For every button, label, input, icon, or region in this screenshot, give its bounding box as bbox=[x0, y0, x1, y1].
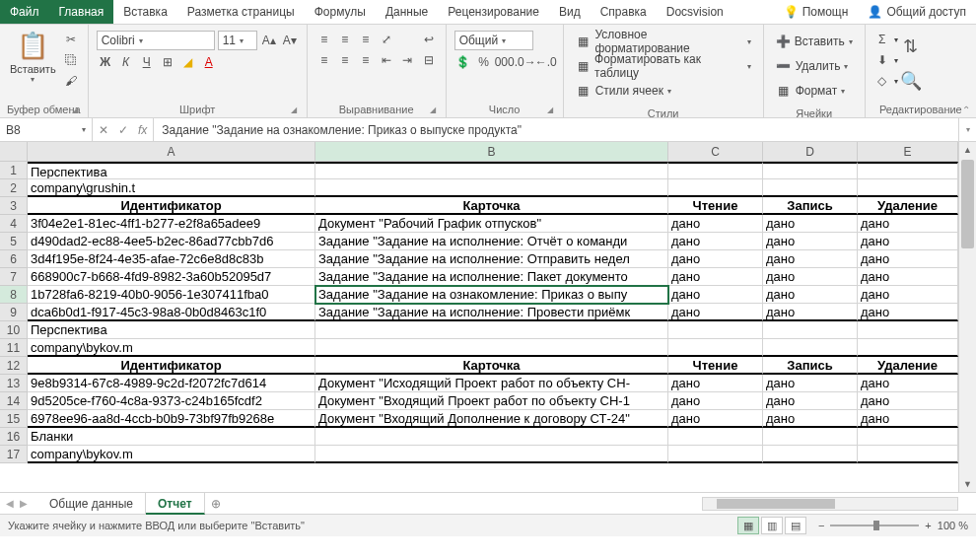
view-page-layout-button[interactable]: ▥ bbox=[761, 517, 783, 534]
cell[interactable] bbox=[668, 339, 763, 357]
font-name-combo[interactable]: Colibri▾ bbox=[97, 31, 215, 50]
cell[interactable] bbox=[315, 446, 668, 463]
row-header-17[interactable]: 17 bbox=[0, 446, 28, 463]
menu-file[interactable]: Файл bbox=[0, 0, 49, 24]
cell[interactable]: дано bbox=[668, 250, 763, 268]
cell[interactable]: 6978ee96-aa8d-4ccb-b0b9-73bf97fb9268e bbox=[28, 410, 315, 428]
cell[interactable]: дано bbox=[668, 215, 763, 233]
cell[interactable] bbox=[763, 321, 858, 339]
cell[interactable]: дано bbox=[668, 268, 763, 286]
scroll-down-icon[interactable]: ▼ bbox=[959, 476, 976, 492]
col-header-b[interactable]: B bbox=[315, 142, 668, 162]
cell[interactable] bbox=[763, 446, 858, 463]
cell[interactable]: 1b728fa6-8219-40b0-9056-1e307411fba0 bbox=[28, 286, 315, 304]
cell[interactable]: company\bykov.m bbox=[28, 446, 315, 463]
menu-page-layout[interactable]: Разметка страницы bbox=[177, 0, 305, 24]
view-page-break-button[interactable]: ▤ bbox=[785, 517, 806, 534]
cell[interactable]: Перспектива bbox=[28, 321, 315, 339]
comma-format-button[interactable]: 000 bbox=[496, 53, 514, 71]
cell[interactable]: дано bbox=[763, 410, 858, 428]
fill-button[interactable]: ⬇ bbox=[873, 51, 891, 69]
align-middle-button[interactable]: ≡ bbox=[336, 31, 354, 48]
cell[interactable]: 3d4f195e-8f24-4e35-afae-72c6e8d8c83b bbox=[28, 250, 315, 268]
cell[interactable]: дано bbox=[763, 215, 858, 233]
zoom-in-button[interactable]: + bbox=[925, 520, 931, 531]
zoom-level[interactable]: 100 % bbox=[938, 520, 968, 531]
zoom-slider[interactable] bbox=[830, 525, 919, 526]
cell[interactable]: дано bbox=[763, 286, 858, 304]
cell[interactable]: дано bbox=[763, 268, 858, 286]
accept-formula-icon[interactable]: ✓ bbox=[118, 123, 128, 137]
sheet-tab-1[interactable]: Общие данные bbox=[37, 493, 146, 515]
cell[interactable] bbox=[858, 179, 958, 197]
increase-decimal-button[interactable]: .0→ bbox=[517, 53, 534, 71]
number-format-combo[interactable]: Общий▾ bbox=[454, 31, 533, 50]
cell[interactable] bbox=[668, 321, 763, 339]
cell[interactable] bbox=[315, 321, 668, 339]
cell[interactable]: 9e8b9314-67c8-4989-9c2d-f2072fc7d614 bbox=[28, 375, 315, 392]
row-header-13[interactable]: 13 bbox=[0, 375, 28, 392]
cell[interactable] bbox=[315, 339, 668, 357]
cell[interactable]: Чтение bbox=[668, 197, 763, 215]
expand-formula-bar-icon[interactable]: ▾ bbox=[958, 118, 976, 141]
cell[interactable]: Задание "Задание на исполнение: Пакет до… bbox=[315, 268, 668, 286]
cell[interactable]: дано bbox=[858, 392, 958, 410]
cell[interactable]: дано bbox=[858, 268, 958, 286]
dialog-launcher-icon[interactable]: ◢ bbox=[545, 105, 555, 115]
dialog-launcher-icon[interactable]: ◢ bbox=[289, 105, 299, 115]
cell[interactable] bbox=[668, 428, 763, 446]
cell[interactable]: дано bbox=[763, 250, 858, 268]
cut-button[interactable]: ✂ bbox=[62, 31, 80, 48]
cell[interactable] bbox=[315, 162, 668, 179]
cell[interactable]: дано bbox=[858, 286, 958, 304]
font-color-button[interactable]: A bbox=[200, 53, 218, 71]
cell[interactable] bbox=[315, 428, 668, 446]
menu-docsvision[interactable]: Docsvision bbox=[657, 0, 733, 24]
bold-button[interactable]: Ж bbox=[97, 53, 114, 71]
row-header-5[interactable]: 5 bbox=[0, 233, 28, 250]
fill-color-button[interactable]: ◢ bbox=[179, 53, 197, 71]
cell[interactable]: Идентификатор bbox=[28, 197, 315, 215]
col-header-c[interactable]: C bbox=[668, 142, 763, 162]
horizontal-scrollbar[interactable] bbox=[702, 497, 958, 511]
add-sheet-button[interactable]: ⊕ bbox=[205, 497, 227, 511]
cell-styles-button[interactable]: ▦Стили ячеек▾ bbox=[572, 80, 755, 102]
border-button[interactable]: ⊞ bbox=[159, 53, 176, 71]
row-header-7[interactable]: 7 bbox=[0, 268, 28, 286]
cell[interactable]: 3f04e2e1-81ec-4ff1-b277-e2f8a65adee9 bbox=[28, 215, 315, 233]
cell[interactable]: Бланки bbox=[28, 428, 315, 446]
cell[interactable]: 9d5205ce-f760-4c8a-9373-c24b165fcdf2 bbox=[28, 392, 315, 410]
cell[interactable]: Запись bbox=[763, 197, 858, 215]
cell[interactable] bbox=[668, 179, 763, 197]
row-header-6[interactable]: 6 bbox=[0, 250, 28, 268]
cell[interactable] bbox=[763, 339, 858, 357]
row-header-2[interactable]: 2 bbox=[0, 179, 28, 197]
scroll-up-icon[interactable]: ▲ bbox=[959, 142, 976, 158]
cell[interactable]: company\grushin.t bbox=[28, 179, 315, 197]
sheet-nav-prev-icon[interactable]: ◀ bbox=[6, 498, 14, 509]
delete-cells-button[interactable]: ➖Удалить▾ bbox=[772, 55, 857, 77]
cell[interactable] bbox=[668, 162, 763, 179]
autosum-button[interactable]: Σ bbox=[873, 31, 891, 48]
decrease-indent-button[interactable]: ⇤ bbox=[378, 51, 395, 69]
col-header-e[interactable]: E bbox=[858, 142, 958, 162]
cell[interactable]: дано bbox=[858, 250, 958, 268]
cancel-formula-icon[interactable]: ✕ bbox=[99, 123, 108, 137]
cell[interactable] bbox=[858, 162, 958, 179]
align-right-button[interactable]: ≡ bbox=[357, 51, 375, 69]
cell[interactable] bbox=[858, 428, 958, 446]
cell[interactable]: 668900c7-b668-4fd9-8982-3a60b52095d7 bbox=[28, 268, 315, 286]
row-header-3[interactable]: 3 bbox=[0, 197, 28, 215]
orientation-button[interactable]: ⤢ bbox=[378, 31, 395, 48]
copy-button[interactable]: ⿻ bbox=[62, 51, 80, 69]
select-all-corner[interactable] bbox=[0, 142, 28, 162]
align-left-button[interactable]: ≡ bbox=[315, 51, 333, 69]
row-header-14[interactable]: 14 bbox=[0, 392, 28, 410]
col-header-a[interactable]: A bbox=[28, 142, 315, 162]
cell[interactable]: дано bbox=[858, 375, 958, 392]
cell[interactable] bbox=[668, 446, 763, 463]
fx-icon[interactable]: fx bbox=[138, 123, 147, 137]
cell[interactable]: Перспектива bbox=[28, 162, 315, 179]
conditional-formatting-button[interactable]: ▦Условное форматирование▾ bbox=[572, 31, 755, 52]
row-header-12[interactable]: 12 bbox=[0, 357, 28, 375]
